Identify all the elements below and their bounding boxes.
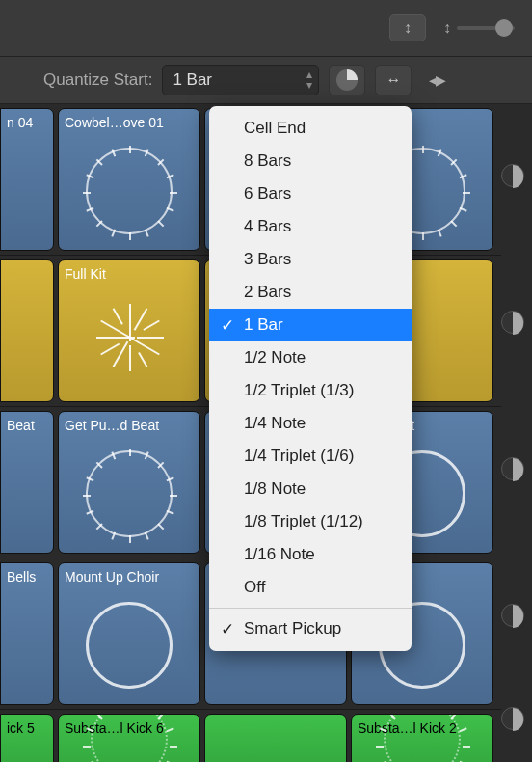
- dropdown-item[interactable]: 1/2 Triplet (1/3): [209, 374, 412, 407]
- waveform-icon: [91, 714, 168, 762]
- dropdown-item[interactable]: 1/8 Triplet (1/12): [209, 505, 412, 538]
- dropdown-item-label: 1/8 Triplet (1/12): [244, 512, 363, 531]
- dropdown-item[interactable]: 6 Bars: [209, 177, 412, 210]
- dropdown-item-smart-pickup[interactable]: ✓Smart Pickup: [209, 612, 412, 645]
- dropdown-item-label: 1 Bar: [244, 315, 283, 334]
- dropdown-item-label: 1/4 Note: [244, 414, 306, 432]
- loop-cell[interactable]: ick 5: [0, 714, 54, 762]
- tempo-mode-button[interactable]: [329, 65, 365, 95]
- row-knob[interactable]: [501, 604, 524, 627]
- loop-cell[interactable]: Beat: [0, 411, 54, 554]
- horizontal-mode-button[interactable]: ↔: [375, 65, 412, 95]
- dropdown-item[interactable]: 3 Bars: [209, 243, 412, 276]
- dropdown-item-label: 1/8 Note: [244, 479, 306, 498]
- loop-cell[interactable]: Substa…l Kick 2: [351, 714, 493, 762]
- dropdown-item-label: 2 Bars: [244, 283, 291, 301]
- row-knob[interactable]: [501, 311, 524, 334]
- dropdown-item-label: 8 Bars: [244, 151, 291, 170]
- vertical-resize-button[interactable]: ↕: [389, 14, 426, 41]
- dropdown-item[interactable]: Off: [209, 571, 412, 604]
- top-toolbar: ↕ ↕: [0, 0, 532, 56]
- dropdown-item-label: 1/2 Note: [244, 348, 306, 367]
- loop-cell[interactable]: Full Kit: [58, 259, 200, 402]
- quantize-select[interactable]: 1 Bar ▴▾: [162, 65, 319, 95]
- dropdown-item[interactable]: Cell End: [209, 112, 412, 145]
- loop-cell[interactable]: [204, 714, 347, 762]
- dropdown-item-label: 1/16 Note: [244, 545, 315, 563]
- resize-icon: ↕: [404, 19, 412, 37]
- resize-icon: ↕: [443, 19, 451, 37]
- waveform-icon: [86, 450, 173, 537]
- dropdown-item[interactable]: 1/4 Triplet (1/6): [209, 440, 412, 473]
- cell-row: ick 5 Substa…l Kick 6 Substa…l Kick 2: [0, 714, 501, 762]
- waveform-icon: [91, 299, 168, 376]
- zoom-slider-knob[interactable]: [495, 19, 513, 37]
- dropdown-item-label: Cell End: [244, 119, 306, 137]
- expand-icon[interactable]: ◂▶: [429, 72, 446, 88]
- quantize-dropdown: Cell End8 Bars6 Bars4 Bars3 Bars2 Bars✓1…: [209, 106, 412, 651]
- dropdown-item-label: 4 Bars: [244, 217, 291, 235]
- dropdown-separator: [209, 608, 412, 609]
- loop-cell[interactable]: [0, 259, 54, 402]
- dropdown-item-label: Smart Pickup: [244, 619, 341, 638]
- loop-cell[interactable]: Cowbel…ove 01: [58, 108, 200, 251]
- loop-cell[interactable]: Substa…l Kick 6: [58, 714, 200, 762]
- loop-cell[interactable]: Bells: [0, 562, 54, 705]
- dropdown-item[interactable]: 1/4 Note: [209, 407, 412, 440]
- row-knobs: [501, 164, 524, 730]
- dropdown-item[interactable]: 2 Bars: [209, 276, 412, 309]
- dropdown-item[interactable]: 1/8 Note: [209, 473, 412, 505]
- chevron-up-down-icon: ▴▾: [306, 69, 312, 91]
- quantize-select-value: 1 Bar: [173, 70, 212, 90]
- waveform-icon: [384, 714, 461, 762]
- zoom-control[interactable]: ↕: [443, 19, 515, 37]
- dropdown-item[interactable]: ✓1 Bar: [209, 309, 412, 341]
- pie-icon: [336, 69, 358, 91]
- arrows-horizontal-icon: ↔: [386, 71, 401, 89]
- dropdown-item[interactable]: 4 Bars: [209, 210, 412, 243]
- row-knob[interactable]: [501, 707, 524, 730]
- dropdown-item-label: 6 Bars: [244, 184, 291, 203]
- row-knob[interactable]: [501, 457, 524, 480]
- row-knob[interactable]: [501, 164, 524, 187]
- dropdown-item[interactable]: 1/16 Note: [209, 538, 412, 571]
- dropdown-item-label: Off: [244, 578, 265, 596]
- dropdown-item-label: 1/2 Triplet (1/3): [244, 381, 354, 399]
- dropdown-item[interactable]: 8 Bars: [209, 145, 412, 177]
- loop-cell[interactable]: n 04: [0, 108, 54, 251]
- quantize-header: Quantize Start: 1 Bar ▴▾ ↔ ◂▶: [0, 56, 532, 104]
- dropdown-item-label: 3 Bars: [244, 250, 291, 268]
- loop-cell[interactable]: Get Pu…d Beat: [58, 411, 200, 554]
- dropdown-item[interactable]: 1/2 Note: [209, 341, 412, 374]
- dropdown-item-label: 1/4 Triplet (1/6): [244, 447, 354, 465]
- waveform-icon: [86, 602, 173, 689]
- waveform-icon: [86, 148, 173, 234]
- check-icon: ✓: [221, 315, 234, 336]
- zoom-slider-track[interactable]: [457, 26, 515, 30]
- loop-cell[interactable]: Mount Up Choir: [58, 562, 200, 705]
- quantize-label: Quantize Start:: [43, 70, 152, 90]
- check-icon: ✓: [221, 619, 234, 640]
